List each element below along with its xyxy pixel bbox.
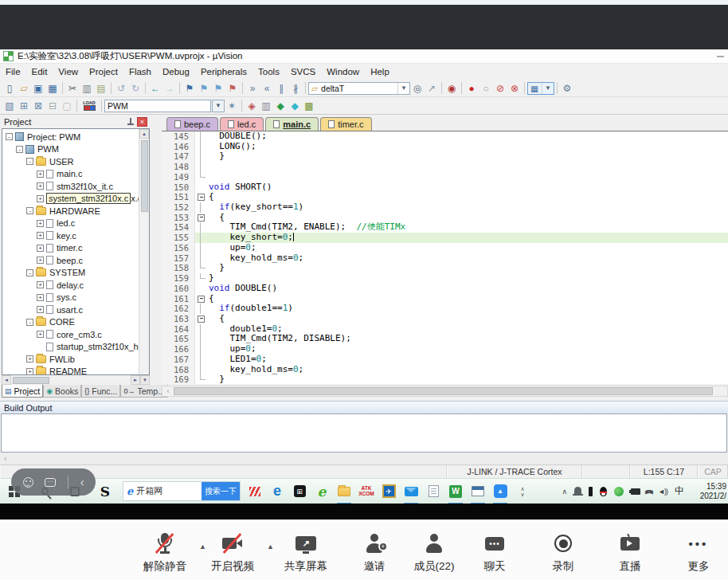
- code-line[interactable]: 168 key_hold_ms=0;: [162, 365, 728, 375]
- menu-debug[interactable]: Debug: [157, 65, 195, 79]
- sogou-input-icon[interactable]: S: [96, 479, 115, 504]
- fold-collapse-icon[interactable]: [195, 192, 209, 202]
- taskbar-icon-edge[interactable]: e: [268, 479, 287, 504]
- tree-item[interactable]: +FWLib: [2, 353, 149, 366]
- collapse-icon[interactable]: -: [6, 133, 13, 140]
- comment-icon[interactable]: ∥: [274, 82, 288, 95]
- expand-icon[interactable]: +: [37, 170, 44, 178]
- chevron-down-icon[interactable]: ▼: [542, 83, 551, 94]
- target-select-combo[interactable]: PWM: [104, 100, 211, 112]
- bp-toggle-icon[interactable]: ●: [464, 82, 479, 95]
- uncomment-icon[interactable]: ∦: [288, 82, 303, 95]
- tree-item[interactable]: +README: [2, 366, 149, 376]
- menu-project[interactable]: Project: [84, 65, 123, 79]
- scroll-right-arrow[interactable]: ►: [131, 375, 140, 385]
- taskbar-icon-ie-green[interactable]: e: [312, 479, 331, 504]
- collapse-icon[interactable]: -: [26, 319, 33, 326]
- expand-icon[interactable]: +: [37, 294, 44, 301]
- code-line[interactable]: 150void SHORT(): [162, 182, 728, 193]
- config-wizard-icon[interactable]: ◆: [288, 100, 302, 112]
- meeting-control-more[interactable]: •••更多: [660, 533, 728, 574]
- build-output-content[interactable]: [1, 413, 727, 453]
- redo-icon[interactable]: ↻: [128, 82, 143, 95]
- taskbar-icon-store[interactable]: ⊞: [290, 479, 309, 504]
- open-file-icon[interactable]: ▱: [17, 82, 31, 95]
- editor-tab-led-c[interactable]: led.c: [220, 117, 264, 131]
- expand-icon[interactable]: +: [37, 281, 44, 288]
- tree-item[interactable]: -USER: [2, 155, 149, 168]
- build-icon[interactable]: ⊞: [17, 100, 31, 112]
- expand-icon[interactable]: +: [37, 306, 44, 313]
- expand-icon[interactable]: +: [37, 195, 44, 202]
- options-target-icon[interactable]: ✶: [225, 100, 239, 112]
- tree-item[interactable]: +usart.c: [2, 304, 149, 316]
- menu-view[interactable]: View: [53, 65, 84, 79]
- reaction-message-icon[interactable]: ···: [45, 478, 56, 487]
- tray-chevron-up-icon[interactable]: ∧: [562, 488, 568, 496]
- collapse-icon[interactable]: -: [26, 158, 33, 165]
- tree-item[interactable]: -PWM: [2, 143, 149, 156]
- editor-tab-beep-c[interactable]: beep.c: [166, 117, 218, 131]
- expand-icon[interactable]: +: [37, 257, 44, 264]
- tree-item[interactable]: +delay.c: [2, 279, 149, 292]
- batch-build-icon[interactable]: ⊟: [45, 100, 60, 112]
- collapse-icon[interactable]: -: [26, 207, 33, 214]
- taskbar-icon-mail[interactable]: [401, 479, 421, 504]
- code-line[interactable]: 157 key_hold_ms=0;: [162, 253, 728, 264]
- multi-project-icon[interactable]: ▥: [259, 100, 273, 112]
- chevron-down-icon[interactable]: ▼: [397, 83, 407, 94]
- project-tree-vscrollbar[interactable]: ▲: [139, 129, 149, 374]
- tree-item[interactable]: +timer.c: [2, 242, 149, 255]
- tree-item[interactable]: +sys.c: [2, 292, 149, 304]
- menu-edit[interactable]: Edit: [26, 65, 53, 79]
- project-tree-hscrollbar[interactable]: ◄ ► ▼: [2, 375, 150, 385]
- editor-hscroll-thumb[interactable]: [174, 387, 713, 395]
- bp-kill-icon[interactable]: ⊗: [507, 82, 522, 95]
- tray-camera-icon[interactable]: [631, 488, 640, 495]
- tray-wifi-icon[interactable]: (((: [648, 487, 651, 496]
- bookmark-clear-icon[interactable]: ⚑: [225, 82, 240, 95]
- close-panel-button[interactable]: ×: [137, 117, 147, 127]
- menu-svcs[interactable]: SVCS: [285, 65, 321, 79]
- scroll-down-arrow[interactable]: ▼: [140, 375, 150, 385]
- editor-hscrollbar[interactable]: ‹: [162, 386, 728, 397]
- navigate-forward-icon[interactable]: →: [162, 82, 177, 95]
- fold-collapse-icon[interactable]: [195, 213, 209, 223]
- pill-collapse-icon[interactable]: ‹: [80, 476, 84, 488]
- code-line[interactable]: 148: [162, 162, 728, 172]
- meeting-control-start-video[interactable]: 开启视频: [194, 533, 271, 574]
- find-icon[interactable]: ◉: [444, 82, 459, 95]
- tree-item[interactable]: +stm32f10x_it.c: [2, 180, 149, 193]
- tree-item[interactable]: -Project: PWM: [2, 131, 149, 143]
- bp-enable-icon[interactable]: ○: [479, 82, 493, 95]
- collapse-icon[interactable]: -: [26, 269, 33, 276]
- rebuild-icon[interactable]: ⊠: [31, 100, 45, 112]
- indent-icon[interactable]: »: [245, 82, 260, 95]
- code-line[interactable]: 169 }: [162, 374, 728, 384]
- menu-help[interactable]: Help: [365, 65, 395, 79]
- code-line[interactable]: 162 if(double1==1): [162, 304, 728, 314]
- code-line[interactable]: 147 }: [162, 151, 728, 162]
- manage-components-icon[interactable]: ◈: [245, 100, 259, 112]
- taskbar-icon-xcom-tool[interactable]: ✈: [379, 479, 398, 504]
- scroll-left-arrow[interactable]: ◄: [2, 375, 11, 385]
- build-output-header[interactable]: Build Output: [0, 401, 728, 413]
- taskbar-icon-red-app[interactable]: [245, 479, 264, 504]
- fold-collapse-icon[interactable]: [195, 294, 209, 304]
- stop-icon[interactable]: ▢: [60, 100, 74, 112]
- send-to-icon[interactable]: ↗: [425, 82, 439, 95]
- scroll-left-arrow[interactable]: ‹: [162, 387, 174, 395]
- menu-tools[interactable]: Tools: [252, 65, 285, 79]
- expand-icon[interactable]: +: [37, 232, 44, 239]
- save-all-icon[interactable]: ▦: [45, 82, 60, 95]
- pack-installer-icon[interactable]: ▩: [302, 100, 316, 112]
- tree-item[interactable]: -HARDWARE: [2, 205, 149, 217]
- tree-item[interactable]: +key.c: [2, 229, 149, 242]
- debug-windows-combo[interactable]: ▦▼: [527, 82, 554, 95]
- scroll-up-arrow[interactable]: ▲: [139, 129, 149, 139]
- code-line[interactable]: 152 if(key_short==1): [162, 202, 728, 213]
- copy-icon[interactable]: ▥: [80, 82, 94, 95]
- code-line[interactable]: 146 LONG();: [162, 142, 728, 152]
- tray-usb-icon[interactable]: [589, 487, 593, 496]
- code-editor[interactable]: 145 DOUBLE();146 LONG();147 }148149150vo…: [162, 131, 728, 384]
